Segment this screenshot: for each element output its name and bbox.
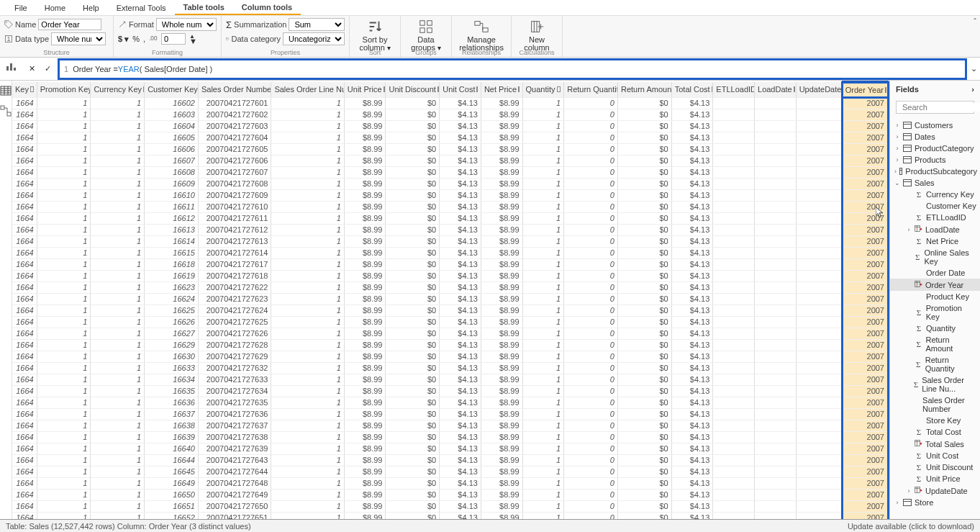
summarization-select[interactable]: Sum — [289, 18, 345, 31]
table-row[interactable]: 16641116639200704217276381$8.99$0$4.13$8… — [12, 432, 889, 443]
table-sales[interactable]: ⌄Sales — [890, 177, 980, 189]
column-header-unit-discount[interactable]: Unit Discount — [386, 82, 440, 98]
report-view-icon[interactable] — [5, 60, 17, 72]
table-row[interactable]: 16641116636200704217276351$8.99$0$4.13$8… — [12, 397, 889, 409]
data-grid[interactable]: KeyPromotion KeyCurrency KeyCustomer Key… — [12, 81, 889, 519]
table-row[interactable]: 16641116644200704217276431$8.99$0$4.13$8… — [12, 455, 889, 466]
table-row[interactable]: 16641116611200704217276101$8.99$0$4.13$8… — [12, 202, 889, 213]
field-etlloadid[interactable]: ΣETLLoadID — [890, 212, 980, 223]
menu-table-tools[interactable]: Table tools — [175, 1, 233, 15]
table-row[interactable]: 16641116637200704217276361$8.99$0$4.13$8… — [12, 409, 889, 420]
table-row[interactable]: 16641116608200704217276071$8.99$0$4.13$8… — [12, 167, 889, 179]
filter-icon[interactable] — [437, 86, 439, 92]
model-view-icon[interactable] — [0, 105, 12, 117]
field-unit-discount[interactable]: ΣUnit Discount — [890, 461, 980, 473]
field-order-date[interactable]: Order Date — [890, 267, 980, 279]
fields-search-box[interactable] — [896, 101, 974, 114]
filter-icon[interactable] — [384, 86, 385, 92]
column-header-key[interactable]: Key — [12, 82, 37, 98]
table-row[interactable]: 16641116605200704217276041$8.99$0$4.13$8… — [12, 132, 889, 144]
column-header-return-amount[interactable]: Return Amount — [617, 82, 671, 98]
field-loaddate[interactable]: ›LoadDate — [890, 223, 980, 235]
field-order-year[interactable]: Order Year — [890, 279, 980, 291]
table-row[interactable]: 16641116635200704217276341$8.99$0$4.13$8… — [12, 386, 889, 397]
field-updatedate[interactable]: ›UpdateDate — [890, 484, 980, 497]
field-total-sales[interactable]: Total Sales — [890, 438, 980, 450]
filter-icon[interactable] — [30, 86, 34, 92]
table-row[interactable]: 16641116619200704217276181$8.99$0$4.13$8… — [12, 271, 889, 282]
field-online-sales-key[interactable]: ΣOnline Sales Key — [890, 247, 980, 267]
field-sales-order-line-nu-[interactable]: ΣSales Order Line Nu... — [890, 374, 980, 395]
field-unit-price[interactable]: ΣUnit Price — [890, 473, 980, 484]
table-row[interactable]: 16641116610200704217276091$8.99$0$4.13$8… — [12, 190, 889, 202]
table-row[interactable]: 16641116603200704217276021$8.99$0$4.13$8… — [12, 109, 889, 121]
filter-icon[interactable] — [794, 86, 795, 92]
table-row[interactable]: 16641116614200704217276131$8.99$0$4.13$8… — [12, 236, 889, 248]
column-header-return-quantity[interactable]: Return Quantity — [564, 82, 618, 98]
table-row[interactable]: 16641116613200704217276121$8.99$0$4.13$8… — [12, 225, 889, 236]
fields-expand-button[interactable]: › — [971, 85, 974, 94]
filter-icon[interactable] — [476, 86, 478, 92]
table-row[interactable]: 16641116606200704217276051$8.99$0$4.13$8… — [12, 144, 889, 155]
formula-input[interactable]: 1 Order Year = YEAR ( Sales[Order Date] … — [58, 58, 967, 80]
field-quantity[interactable]: ΣQuantity — [890, 323, 980, 334]
table-row[interactable]: 16641116650200704217276491$8.99$0$4.13$8… — [12, 490, 889, 501]
table-row[interactable]: 16641116604200704217276031$8.99$0$4.13$8… — [12, 121, 889, 132]
field-promotion-key[interactable]: ΣPromotion Key — [890, 302, 980, 323]
menu-file[interactable]: File — [6, 1, 36, 14]
datatype-select[interactable]: Whole number — [51, 32, 106, 45]
format-select[interactable]: Whole number — [156, 18, 217, 31]
menu-help[interactable]: Help — [74, 1, 108, 14]
table-row[interactable]: 16641116645200704217276441$8.99$0$4.13$8… — [12, 466, 889, 478]
column-header-order-year[interactable]: Order Year — [842, 82, 888, 98]
collapse-ribbon-button[interactable]: ˆ — [970, 16, 980, 57]
column-header-unit-price[interactable]: Unit Price — [344, 82, 386, 98]
menu-external-tools[interactable]: External Tools — [108, 1, 175, 14]
table-dates[interactable]: ›Dates — [890, 131, 980, 143]
menu-column-tools[interactable]: Column tools — [233, 1, 301, 15]
table-row[interactable]: 16641116624200704217276231$8.99$0$4.13$8… — [12, 294, 889, 305]
column-header-updatedate[interactable]: UpdateDate — [796, 82, 842, 98]
column-header-etlloadid[interactable]: ETLLoadID — [713, 82, 755, 98]
table-row[interactable]: 16641116623200704217276221$8.99$0$4.13$8… — [12, 282, 889, 294]
table-row[interactable]: 16641116618200704217276171$8.99$0$4.13$8… — [12, 259, 889, 271]
table-row[interactable]: 16641116627200704217276261$8.99$0$4.13$8… — [12, 328, 889, 340]
fields-search-input[interactable] — [902, 103, 980, 112]
column-header-sales-order-number[interactable]: Sales Order Number — [198, 82, 271, 98]
table-row[interactable]: 16641116634200704217276331$8.99$0$4.13$8… — [12, 374, 889, 386]
table-row[interactable]: 16641116638200704217276371$8.99$0$4.13$8… — [12, 420, 889, 432]
commit-formula-button[interactable]: ✓ — [42, 63, 53, 75]
table-row[interactable]: 16641116626200704217276251$8.99$0$4.13$8… — [12, 317, 889, 328]
field-return-amount[interactable]: ΣReturn Amount — [890, 334, 980, 354]
table-row[interactable]: 16641116615200704217276141$8.99$0$4.13$8… — [12, 248, 889, 259]
field-customer-key[interactable]: Customer Key — [890, 200, 980, 212]
field-store-key[interactable]: Store Key — [890, 415, 980, 426]
fields-list[interactable]: ›Customers›Dates›ProductCategory›Product… — [890, 117, 980, 519]
field-currency-key[interactable]: ΣCurrency Key — [890, 189, 980, 200]
table-row[interactable]: 16641116630200704217276291$8.99$0$4.13$8… — [12, 351, 889, 363]
table-row[interactable]: 16641116612200704217276111$8.99$0$4.13$8… — [12, 213, 889, 225]
table-store[interactable]: ›Store — [890, 497, 980, 508]
field-net-price[interactable]: ΣNet Price — [890, 235, 980, 247]
table-row[interactable]: 16641116633200704217276321$8.99$0$4.13$8… — [12, 363, 889, 374]
table-productcategory[interactable]: ›ProductCategory — [890, 143, 980, 154]
menu-home[interactable]: Home — [36, 1, 74, 14]
column-header-sales-order-line-number[interactable]: Sales Order Line Number — [271, 82, 344, 98]
column-header-total-cost[interactable]: Total Cost — [671, 82, 713, 98]
formula-expand-button[interactable]: ⌄ — [967, 64, 980, 73]
column-header-unit-cost[interactable]: Unit Cost — [440, 82, 481, 98]
table-row[interactable]: 16641116609200704217276081$8.99$0$4.13$8… — [12, 179, 889, 190]
decimals-input[interactable] — [161, 33, 186, 45]
cancel-formula-button[interactable]: ✕ — [26, 63, 37, 75]
table-row[interactable]: 16641116602200704217276011$8.99$0$4.13$8… — [12, 98, 889, 109]
data-category-select[interactable]: Uncategorized — [283, 32, 345, 45]
name-input[interactable] — [38, 19, 101, 30]
stepper-icon[interactable]: ▲▼ — [189, 35, 197, 43]
filter-icon[interactable] — [557, 86, 561, 92]
table-row[interactable]: 16641116640200704217276391$8.99$0$4.13$8… — [12, 443, 889, 455]
table-customers[interactable]: ›Customers — [890, 120, 980, 131]
table-row[interactable]: 16641116651200704217276501$8.99$0$4.13$8… — [12, 501, 889, 513]
table-productsubcategory[interactable]: ›ProductSubcategory — [890, 166, 980, 177]
comma-format-button[interactable]: , — [143, 35, 145, 43]
column-header-net-price[interactable]: Net Price — [481, 82, 522, 98]
